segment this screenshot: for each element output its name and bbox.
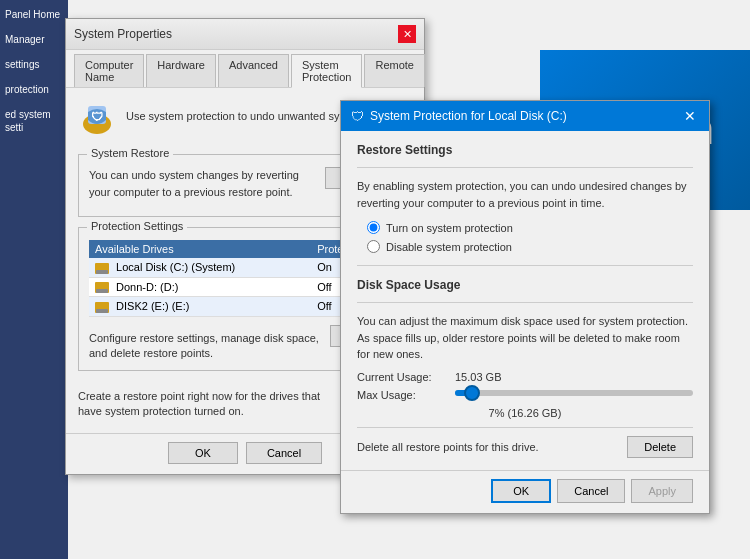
sidebar-item-protection[interactable]: protection [0,75,68,100]
max-usage-label: Max Usage: [357,389,447,401]
tab-computer-name[interactable]: Computer Name [74,54,144,87]
drive-name-e: DISK2 (E:) (E:) [89,297,311,317]
tab-advanced[interactable]: Advanced [218,54,289,87]
section-divider-3 [357,302,693,303]
system-restore-title: System Restore [87,147,173,159]
system-restore-text: You can undo system changes by reverting… [89,167,317,200]
create-restore-text: Create a restore point right now for the… [78,389,332,420]
sidebar-item-manager[interactable]: Manager [0,25,68,50]
current-usage-label: Current Usage: [357,371,447,383]
delete-restore-text: Delete all restore points for this drive… [357,441,539,453]
system-props-cancel-button[interactable]: Cancel [246,442,322,464]
disk-usage-description: You can adjust the maximum disk space us… [357,313,693,363]
max-usage-row: Max Usage: [357,389,693,401]
section-divider-2 [357,265,693,266]
disk-usage-slider[interactable] [455,390,693,396]
slider-percent-label: 7% (16.26 GB) [357,407,693,419]
restore-settings-options: Turn on system protection Disable system… [367,221,693,253]
drive-icon-e [95,302,109,313]
restore-settings-description: By enabling system protection, you can u… [357,178,693,211]
system-props-title: System Properties [74,27,172,41]
drive-icon-d [95,282,109,293]
drive-name-c: Local Disk (C:) (System) [89,258,311,277]
system-props-close-button[interactable]: ✕ [398,25,416,43]
sidebar-item-settings[interactable]: settings [0,50,68,75]
system-props-ok-button[interactable]: OK [168,442,238,464]
sidebar-item-panel-home[interactable]: Panel Home [0,0,68,25]
svg-text:🛡: 🛡 [91,110,103,124]
drive-icon-c [95,263,109,274]
disk-usage-section-title: Disk Space Usage [357,278,693,292]
protection-settings-title: Protection Settings [87,220,187,232]
radio-turn-on-label: Turn on system protection [386,222,513,234]
sidebar-item-system-settings[interactable]: ed system setti [0,100,68,138]
protection-ok-button[interactable]: OK [491,479,551,503]
section-divider-1 [357,167,693,168]
current-usage-row: Current Usage: 15.03 GB [357,371,693,383]
radio-disable-label: Disable system protection [386,241,512,253]
protection-cancel-button[interactable]: Cancel [557,479,625,503]
protection-dialog-title: System Protection for Local Disk (C:) [370,109,567,123]
col-available-drives: Available Drives [89,240,311,258]
drive-name-d: Donn-D: (D:) [89,277,311,297]
current-usage-value: 15.03 GB [455,371,501,383]
protection-dialog-icon: 🛡 [351,109,364,124]
tab-remote[interactable]: Remote [364,54,425,87]
protection-dialog-buttons: OK Cancel Apply [341,470,709,513]
shield-icon: 🛡 [78,98,116,136]
protection-dialog-close-button[interactable]: ✕ [681,107,699,125]
restore-settings-section-title: Restore Settings [357,143,693,157]
protection-dialog-content: Restore Settings By enabling system prot… [341,131,709,470]
system-props-tabs: Computer Name Hardware Advanced System P… [66,50,424,88]
radio-turn-on-input[interactable] [367,221,380,234]
slider-track [455,390,693,396]
protection-dialog-titlebar: 🛡 System Protection for Local Disk (C:) … [341,101,709,131]
sidebar: Panel Home Manager settings protection e… [0,0,68,559]
slider-thumb[interactable] [464,385,480,401]
radio-disable[interactable]: Disable system protection [367,240,693,253]
system-props-titlebar: System Properties ✕ [66,19,424,50]
tab-system-protection[interactable]: System Protection [291,54,363,88]
radio-turn-on[interactable]: Turn on system protection [367,221,693,234]
protection-local-disk-dialog: 🛡 System Protection for Local Disk (C:) … [340,100,710,514]
configure-text: Configure restore settings, manage disk … [89,331,322,362]
radio-disable-input[interactable] [367,240,380,253]
protection-apply-button[interactable]: Apply [631,479,693,503]
delete-restore-row: Delete all restore points for this drive… [357,427,693,458]
tab-hardware[interactable]: Hardware [146,54,216,87]
disk-usage-section: Disk Space Usage You can adjust the maxi… [357,278,693,458]
delete-button[interactable]: Delete [627,436,693,458]
